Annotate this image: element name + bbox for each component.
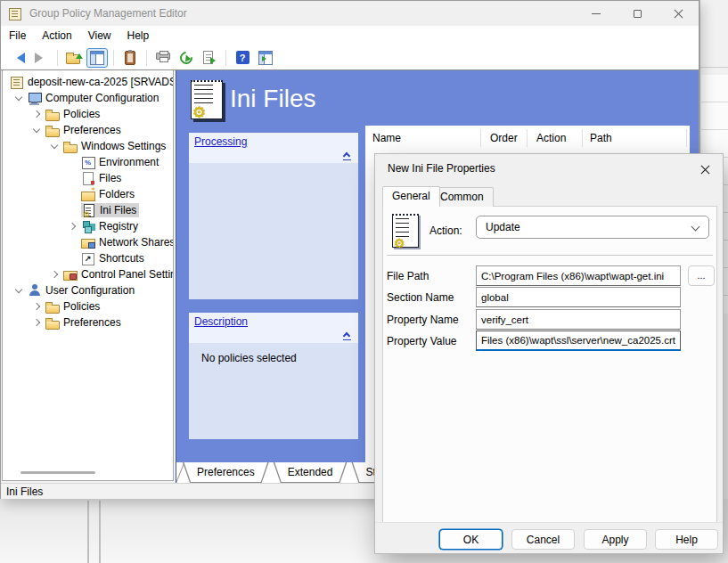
expander-closed-icon[interactable]: [45, 272, 63, 277]
column-order[interactable]: Order: [490, 132, 518, 144]
export-list-icon[interactable]: [199, 48, 220, 68]
help-icon[interactable]: ?: [232, 48, 253, 68]
refresh-icon[interactable]: [176, 48, 197, 68]
tree-item-files[interactable]: Files: [3, 170, 173, 186]
expander-closed-icon[interactable]: [28, 320, 45, 325]
user-icon: [28, 284, 42, 297]
ini-files-header-icon: [191, 80, 223, 119]
tree-item-ini-files[interactable]: Ini Files: [3, 202, 173, 218]
tree-item-shortcuts[interactable]: Shortcuts: [3, 250, 173, 266]
tree-item-environment[interactable]: Environment: [3, 154, 173, 170]
ini-file-icon: [392, 214, 419, 248]
apply-button[interactable]: Apply: [584, 529, 647, 550]
maximize-button[interactable]: [617, 1, 658, 26]
property-name-input[interactable]: [476, 309, 681, 330]
chevron-down-icon: [691, 223, 700, 232]
action-value: Update: [486, 221, 520, 233]
help-button[interactable]: Help: [655, 529, 718, 550]
ok-button[interactable]: OK: [439, 529, 503, 550]
tab-extended[interactable]: Extended: [274, 462, 348, 483]
column-action[interactable]: Action: [536, 132, 566, 144]
tree-item-windows-settings[interactable]: Windows Settings: [3, 138, 173, 154]
tree-item-policies[interactable]: Policies: [3, 106, 173, 122]
menu-help[interactable]: Help: [119, 26, 158, 45]
list-header: Name Order Action Path: [365, 126, 690, 151]
registry-icon: [81, 220, 95, 233]
background-splitter-line: [87, 501, 89, 563]
minimize-icon: [592, 13, 601, 14]
tree-item-preferences[interactable]: Preferences: [3, 122, 173, 138]
tree-item-network-shares[interactable]: Network Shares: [3, 234, 173, 250]
tab-general[interactable]: General: [382, 186, 440, 207]
forward-icon[interactable]: [30, 48, 52, 68]
title-bar[interactable]: Group Policy Management Editor: [1, 1, 699, 26]
expander-open-icon[interactable]: [45, 145, 63, 148]
tree-item-computer-configuration[interactable]: Computer Configuration: [3, 90, 173, 106]
property-value-input[interactable]: [476, 330, 681, 351]
collapse-chevron-icon[interactable]: [343, 331, 350, 339]
separator: [387, 255, 713, 256]
collapse-chevron-icon[interactable]: [343, 151, 350, 159]
minimize-button[interactable]: [576, 1, 617, 26]
menu-file[interactable]: File: [1, 26, 34, 45]
files-icon: [81, 172, 95, 184]
tree-item-registry[interactable]: Registry: [3, 218, 173, 234]
screen: Group Policy Management Editor File Acti…: [0, 0, 728, 563]
ini-files-icon: [82, 204, 96, 216]
new-window-icon[interactable]: [255, 48, 276, 68]
computer-icon: [28, 92, 42, 104]
background-splitter-line: [99, 501, 101, 563]
tree-item-folders[interactable]: Folders: [3, 186, 173, 202]
selected-tree-item: Ini Files: [81, 203, 139, 217]
new-ini-file-properties-dialog: New Ini File Properties General Common A…: [374, 153, 724, 554]
close-icon: [674, 9, 683, 19]
show-console-tree-icon[interactable]: [86, 48, 108, 68]
expander-open-icon[interactable]: [10, 290, 28, 292]
properties-icon[interactable]: [119, 48, 141, 68]
section-name-input[interactable]: [476, 287, 681, 307]
section-name-label: Section Name: [387, 291, 476, 304]
status-text: Ini Files: [6, 485, 43, 498]
back-icon[interactable]: [7, 48, 29, 68]
dialog-close-button[interactable]: [696, 160, 714, 178]
toolbar: ?: [1, 45, 699, 69]
column-name[interactable]: Name: [372, 132, 401, 144]
menu-view[interactable]: View: [80, 26, 119, 45]
browse-button[interactable]: ...: [688, 265, 715, 286]
close-icon: [700, 165, 710, 175]
expander-open-icon[interactable]: [10, 97, 28, 100]
expander-open-icon[interactable]: [28, 129, 45, 132]
expander-closed-icon[interactable]: [28, 304, 45, 309]
description-empty-text: No policies selected: [201, 352, 297, 364]
close-button[interactable]: [658, 1, 699, 26]
tree-item-gpo-root[interactable]: deposit-new-ca-2025 [SRVADS.J: [3, 74, 173, 90]
processing-link[interactable]: Processing: [194, 135, 247, 148]
folders-icon: [81, 188, 95, 200]
folder-icon: [45, 316, 60, 329]
tree-item-user-policies[interactable]: Policies: [3, 298, 173, 314]
file-path-input[interactable]: [476, 265, 681, 286]
cancel-button[interactable]: Cancel: [511, 529, 575, 550]
print-icon[interactable]: [152, 48, 174, 68]
tree-item-control-panel-settings[interactable]: Control Panel Settings: [3, 266, 173, 282]
scrollbar-thumb[interactable]: [20, 471, 95, 474]
expander-closed-icon[interactable]: [28, 111, 45, 117]
tree-item-user-configuration[interactable]: User Configuration: [3, 282, 173, 298]
expander-closed-icon[interactable]: [63, 224, 81, 229]
property-value-label: Property Value: [387, 335, 476, 347]
network-shares-icon: [81, 236, 95, 249]
dialog-title: New Ini File Properties: [388, 162, 495, 175]
description-body: No policies selected: [189, 343, 358, 439]
horizontal-scrollbar[interactable]: [3, 471, 173, 475]
up-one-level-icon[interactable]: [63, 48, 85, 68]
menu-action[interactable]: Action: [34, 26, 79, 45]
tab-preferences[interactable]: Preferences: [183, 462, 269, 483]
action-dropdown[interactable]: Update: [476, 216, 709, 239]
folder-icon: [45, 108, 60, 120]
folder-icon: [45, 124, 60, 136]
folder-icon: [63, 140, 78, 152]
tree-item-user-preferences[interactable]: Preferences: [3, 314, 173, 330]
console-tree: deposit-new-ca-2025 [SRVADS.J Computer C…: [2, 70, 174, 481]
description-link[interactable]: Description: [194, 315, 248, 328]
column-path[interactable]: Path: [590, 132, 612, 144]
